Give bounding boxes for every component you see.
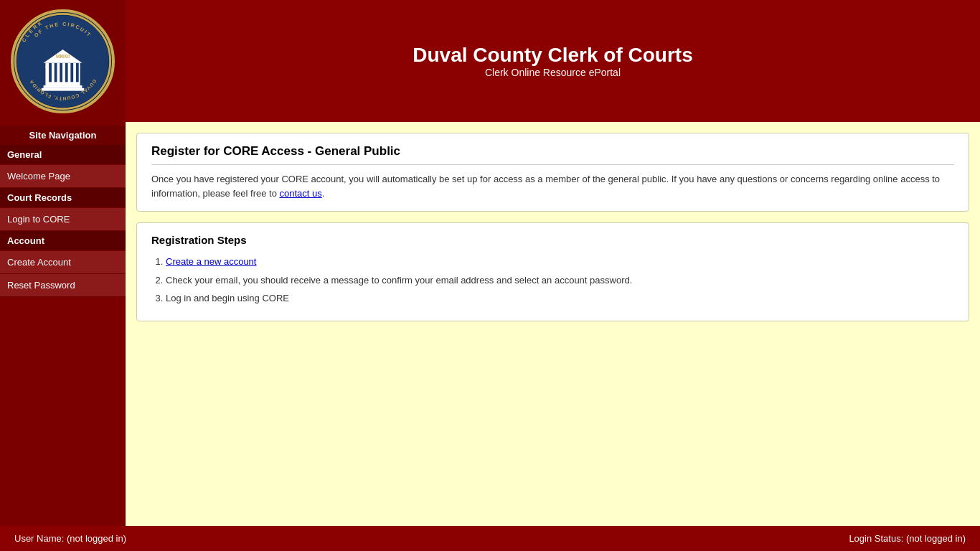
step-2: Check your email, you should receive a m… [166, 273, 954, 288]
main-layout: Site Navigation General Welcome Page Cou… [0, 122, 980, 526]
nav-label: Site Navigation [0, 126, 126, 145]
info-box: Register for CORE Access - General Publi… [136, 133, 969, 212]
sidebar: Site Navigation General Welcome Page Cou… [0, 122, 126, 526]
site-subtitle: Clerk Online Resource ePortal [413, 67, 692, 78]
svg-rect-7 [60, 62, 62, 81]
svg-rect-5 [49, 62, 52, 81]
svg-rect-8 [65, 62, 68, 81]
header: OF THE CIRCUIT [0, 0, 980, 122]
logo-svg: OF THE CIRCUIT [11, 12, 115, 110]
intro-text: Once you have registered your CORE accou… [151, 174, 940, 199]
general-section-label: General [0, 145, 126, 164]
sidebar-item-create-account[interactable]: Create Account [0, 251, 126, 274]
svg-rect-13 [42, 88, 85, 90]
content-area: Register for CORE Access - General Publi… [126, 122, 980, 526]
logo-circle: OF THE CIRCUIT [11, 9, 115, 113]
svg-rect-12 [44, 85, 83, 88]
create-new-account-link[interactable]: Create a new account [166, 256, 256, 267]
site-title: Duval County Clerk of Courts [413, 44, 692, 67]
footer-username: User Name: (not logged in) [14, 533, 126, 544]
intro-paragraph: Once you have registered your CORE accou… [151, 172, 954, 200]
steps-title: Registration Steps [151, 234, 954, 246]
step-3: Log in and begin using CORE [166, 291, 954, 306]
page-title: Register for CORE Access - General Publi… [151, 144, 954, 165]
sidebar-item-login-to-core[interactable]: Login to CORE [0, 208, 126, 231]
svg-rect-9 [70, 62, 73, 81]
sidebar-item-welcome[interactable]: Welcome Page [0, 165, 126, 188]
account-section-label: Account [0, 231, 126, 250]
step-1: Create a new account [166, 255, 954, 269]
steps-list: Create a new account Check your email, y… [166, 255, 954, 306]
sidebar-item-reset-password[interactable]: Reset Password [0, 274, 126, 297]
svg-text:MMXII: MMXII [56, 54, 70, 59]
footer-login-status: Login Status: (not logged in) [849, 533, 966, 544]
contact-us-link[interactable]: contact us [280, 188, 322, 199]
svg-rect-6 [55, 62, 57, 81]
svg-rect-10 [76, 62, 79, 81]
header-title: Duval County Clerk of Courts Clerk Onlin… [413, 44, 692, 78]
court-records-section-label: Court Records [0, 188, 126, 207]
footer: User Name: (not logged in) Login Status:… [0, 526, 980, 551]
logo-area: OF THE CIRCUIT [0, 0, 126, 122]
steps-box: Registration Steps Create a new account … [136, 222, 969, 321]
